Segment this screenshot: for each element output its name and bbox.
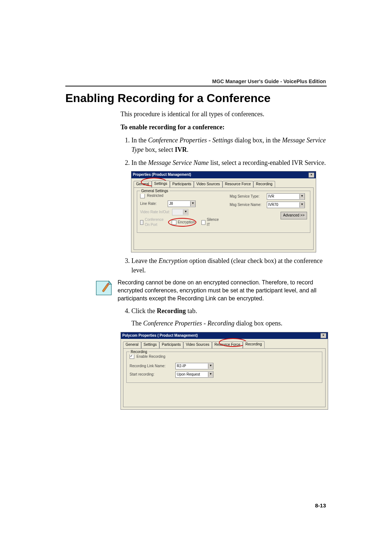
link-name-label: Recording Link Name: <box>130 364 173 369</box>
start-recording-value: Upon Request <box>177 372 200 377</box>
msg-type-label: Msg Service Type: <box>230 194 265 199</box>
link-name-row: Recording Link Name: R2-IP▼ <box>130 363 319 369</box>
properties-dialog-settings: Properties (Product Management) × Genera… <box>131 171 316 252</box>
tab-general[interactable]: General <box>134 181 152 188</box>
chevron-down-icon: ▼ <box>299 202 305 207</box>
encryption-checkbox[interactable] <box>172 220 176 225</box>
tab-general[interactable]: General <box>123 341 141 348</box>
t: IVR <box>175 146 187 153</box>
t: In the <box>131 137 148 144</box>
t: Leave the <box>131 257 159 264</box>
steps-list-4: Click the Recording tab. The Conference … <box>121 306 327 328</box>
conference-on-port-label: Conference On Port <box>145 217 165 228</box>
msg-name-row: Msg Service Name: IVR70▼ <box>230 202 307 208</box>
silence-label: Silence IT <box>207 217 220 228</box>
tab-video-sources[interactable]: Video Sources <box>194 181 222 188</box>
chevron-down-icon: ▼ <box>299 194 305 199</box>
start-recording-label: Start recording: <box>130 372 173 377</box>
steps-list-cont: Leave the Encryption option disabled (cl… <box>121 256 327 275</box>
tab-settings[interactable]: Settings <box>141 341 159 348</box>
encryption-label: Encryption <box>178 220 195 225</box>
titlebar: Polycom Properties ( Product Management)… <box>121 332 328 339</box>
advanced-row: Advanced >> <box>230 212 307 219</box>
t: Click the <box>131 307 157 315</box>
silence-checkbox[interactable] <box>201 220 205 225</box>
procedure-title: To enable recording for a conference: <box>121 122 327 132</box>
t: In the <box>131 159 148 166</box>
t: . <box>187 146 189 153</box>
enable-recording-row: Enable Recording <box>130 354 319 360</box>
page-number: 8-13 <box>315 502 326 509</box>
msg-name-value: IVR70 <box>268 202 278 208</box>
chevron-down-icon: ▼ <box>208 372 213 377</box>
video-rate-select: ▼ <box>172 209 188 215</box>
step-4-after: The Conference Properties - Recording di… <box>131 319 327 328</box>
tab-recording[interactable]: Recording <box>243 341 265 348</box>
tab-resource-force[interactable]: Resource Force <box>212 341 243 348</box>
tab-settings[interactable]: Settings <box>152 181 170 188</box>
tab-participants[interactable]: Participants <box>170 181 194 188</box>
t: The <box>131 320 143 327</box>
step-3: Leave the Encryption option disabled (cl… <box>131 256 327 275</box>
general-settings-group: General Settings Restricted Line Rate: J… <box>137 191 310 233</box>
restricted-row: Restricted <box>140 193 220 199</box>
t: Recording <box>157 307 186 315</box>
properties-dialog-recording: Polycom Properties ( Product Management)… <box>121 332 328 410</box>
t: box, select <box>144 146 175 153</box>
link-name-value: R2-IP <box>177 364 186 369</box>
tab-participants[interactable]: Participants <box>159 341 183 348</box>
line-rate-row: Line Rate: J8▼ <box>140 200 220 207</box>
tab-panel: Recording Enable Recording Recording Lin… <box>123 348 326 408</box>
line-rate-value: J8 <box>169 201 173 207</box>
start-recording-row: Start recording: Upon Request▼ <box>130 371 319 378</box>
step-2: In the Message Service Name list, select… <box>131 158 327 167</box>
msg-type-row: Msg Service Type: IVR▼ <box>230 193 307 200</box>
t: dialog box, in the <box>233 137 282 144</box>
body-column: This procedure is identical for all type… <box>121 109 327 410</box>
dialog-title: Properties (Product Management) <box>133 172 191 178</box>
enable-recording-checkbox[interactable] <box>130 354 134 359</box>
close-icon[interactable]: × <box>309 173 314 178</box>
enable-recording-label: Enable Recording <box>136 354 166 360</box>
page: MGC Manager User's Guide - VoicePlus Edi… <box>0 0 392 555</box>
chevron-down-icon: ▼ <box>208 364 213 369</box>
t: tab. <box>186 307 197 315</box>
steps-list: In the Conference Properties - Settings … <box>121 135 327 167</box>
group-title: General Settings <box>140 189 170 194</box>
t: dialog box opens. <box>234 320 282 327</box>
tab-panel: General Settings Restricted Line Rate: J… <box>134 187 314 250</box>
restricted-label: Restricted <box>147 193 172 199</box>
note: Recording cannot be done on an encrypted… <box>94 279 327 303</box>
close-icon[interactable]: × <box>320 333 326 338</box>
msg-name-select[interactable]: IVR70▼ <box>267 202 305 208</box>
start-recording-select[interactable]: Upon Request▼ <box>175 371 213 378</box>
video-rate-label: Video Rate In/Out: <box>140 210 170 215</box>
link-name-select[interactable]: R2-IP▼ <box>175 363 213 369</box>
tab-recording[interactable]: Recording <box>253 181 275 188</box>
tabs-row: General Settings Participants Video Sour… <box>131 178 316 188</box>
restricted-checkbox[interactable] <box>140 194 145 198</box>
note-text: Recording cannot be done on an encrypted… <box>118 279 327 303</box>
step-1: In the Conference Properties - Settings … <box>131 135 327 154</box>
tab-video-sources[interactable]: Video Sources <box>183 341 212 348</box>
chevron-down-icon: ▼ <box>190 201 195 206</box>
line-rate-select[interactable]: J8▼ <box>168 200 196 207</box>
chevron-down-icon: ▼ <box>183 210 188 215</box>
msg-name-label: Msg Service Name: <box>230 202 265 208</box>
t: list, select a recording-enabled IVR Ser… <box>209 159 326 166</box>
titlebar: Properties (Product Management) × <box>131 171 316 178</box>
running-header: MGC Manager User's Guide - VoicePlus Edi… <box>212 78 326 84</box>
line-rate-label: Line Rate: <box>140 201 166 207</box>
t: Conference Properties - Settings <box>148 137 233 144</box>
recording-group: Recording Enable Recording Recording Lin… <box>126 352 322 383</box>
note-icon <box>94 279 113 297</box>
msg-type-value: IVR <box>268 194 274 199</box>
tabs-row: General Settings Participants Video Sour… <box>121 339 328 348</box>
advanced-button[interactable]: Advanced >> <box>281 212 307 219</box>
tab-resource-force[interactable]: Resource Force <box>222 181 253 188</box>
msg-type-select[interactable]: IVR▼ <box>267 193 305 200</box>
t: Message Service Name <box>148 159 209 166</box>
page-title: Enabling Recording for a Conference <box>65 73 327 105</box>
step-4: Click the Recording tab. The Conference … <box>131 306 327 328</box>
video-rate-row: Video Rate In/Out: ▼ <box>140 209 220 215</box>
